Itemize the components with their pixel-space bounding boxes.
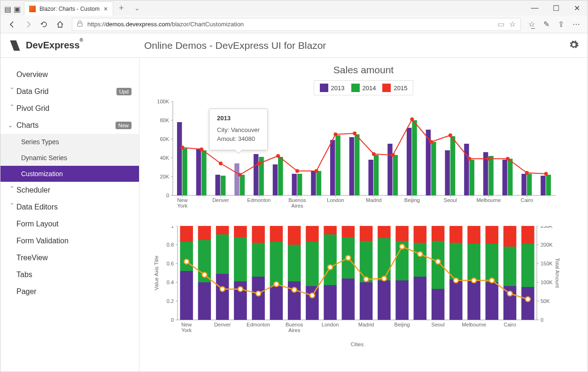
window-maximize-button[interactable]: ☐ [545, 1, 566, 15]
svg-rect-58 [431, 142, 436, 195]
svg-rect-189 [486, 282, 499, 320]
svg-rect-191 [486, 226, 499, 244]
svg-rect-39 [311, 171, 316, 195]
tabs-menu-icon[interactable]: ⌄ [130, 4, 145, 12]
legend-item-2014[interactable]: 2014 [351, 84, 376, 92]
svg-point-77 [180, 146, 184, 149]
sidebar-item-series-types[interactable]: Series Types [0, 134, 139, 150]
svg-rect-166 [360, 226, 373, 241]
tabs-preview-icon[interactable]: ▣ [14, 5, 20, 11]
svg-point-200 [202, 272, 207, 277]
window-close-button[interactable]: ✕ [566, 1, 588, 15]
svg-text:Melbourne: Melbourne [462, 322, 486, 327]
reading-view-icon[interactable]: ▭ [497, 20, 504, 29]
svg-rect-175 [414, 277, 427, 320]
svg-rect-148 [270, 226, 283, 242]
svg-rect-151 [288, 226, 301, 245]
new-tab-button[interactable]: + [113, 3, 130, 13]
svg-rect-34 [292, 174, 296, 195]
sidebar-item-data-editors[interactable]: ›Data Editors [0, 199, 139, 216]
chart2[interactable]: 00.20.40.60.81050K100K150K200K250KValue … [152, 226, 575, 348]
svg-text:200K: 200K [541, 242, 553, 248]
url-input[interactable]: https://demos.devexpress.com/blazor/Char… [72, 18, 521, 31]
settings-icon[interactable]: ⋯ [573, 20, 580, 29]
sidebar-item-form-layout[interactable]: Form Layout [0, 216, 139, 232]
svg-text:Melbourne: Melbourne [476, 197, 501, 203]
svg-text:Aires: Aires [288, 327, 301, 333]
sidebar-item-label: TreeView [16, 254, 48, 262]
svg-text:Denver: Denver [214, 322, 231, 327]
sidebar-item-dynamic-series[interactable]: Dynamic Series [0, 150, 139, 166]
svg-rect-164 [360, 282, 373, 320]
forward-button[interactable] [24, 20, 32, 29]
svg-rect-196 [521, 287, 534, 320]
home-button[interactable] [56, 20, 64, 29]
brand[interactable]: DevExpress® [9, 40, 83, 51]
svg-rect-158 [324, 234, 337, 285]
sidebar-item-label: Pivot Grid [16, 104, 49, 113]
svg-point-79 [219, 162, 223, 165]
sidebar-item-data-grid[interactable]: ›Data GridUpd [0, 83, 139, 100]
svg-text:150K: 150K [541, 261, 553, 266]
badge: New [116, 122, 132, 129]
favorite-icon[interactable]: ☆ [509, 20, 516, 29]
svg-rect-69 [503, 160, 507, 195]
svg-text:Cairo: Cairo [521, 197, 533, 203]
sidebar-item-label: Scheduler [16, 186, 50, 194]
svg-point-81 [257, 162, 261, 165]
sidebar-item-pivot-grid[interactable]: ›Pivot Grid [0, 100, 139, 117]
chart1-legend: 2013 2014 2015 [314, 80, 414, 95]
svg-text:Buenos: Buenos [288, 197, 306, 203]
tab-close-icon[interactable]: ✕ [103, 6, 108, 12]
svg-text:20K: 20K [160, 174, 169, 179]
sidebar-item-form-validation[interactable]: Form Validation [0, 232, 139, 249]
favorites-bar-icon[interactable]: ☆̲ [528, 20, 535, 29]
svg-rect-170 [378, 226, 391, 238]
svg-rect-186 [467, 244, 480, 280]
tabs-aside-icon[interactable]: ▤ [4, 5, 11, 11]
svg-rect-156 [306, 226, 319, 242]
svg-point-80 [238, 173, 242, 177]
svg-text:0.8: 0.8 [167, 242, 174, 248]
svg-rect-165 [360, 241, 373, 282]
svg-rect-76 [546, 175, 551, 195]
window-minimize-button[interactable]: — [524, 1, 545, 15]
svg-point-84 [315, 169, 318, 173]
svg-text:Madrid: Madrid [358, 322, 374, 327]
svg-rect-141 [234, 226, 247, 237]
svg-text:Buenos: Buenos [286, 322, 303, 327]
back-button[interactable] [8, 20, 16, 29]
sidebar-item-treeview[interactable]: TreeView [0, 249, 139, 266]
svg-point-207 [328, 265, 333, 270]
svg-rect-53 [407, 128, 411, 195]
legend-item-2013[interactable]: 2013 [320, 84, 345, 92]
refresh-button[interactable] [40, 20, 48, 29]
svg-rect-176 [414, 243, 427, 277]
svg-rect-32 [273, 164, 278, 195]
content-area: Sales amount 2013 2014 2015 020K40K60K80… [139, 58, 588, 372]
sidebar-item-charts[interactable]: ⌄ChartsNew [0, 117, 139, 134]
sidebar-item-customization[interactable]: Customization [0, 166, 139, 182]
svg-rect-187 [467, 226, 480, 244]
svg-rect-28 [254, 154, 258, 195]
svg-text:Denver: Denver [212, 197, 229, 203]
svg-rect-45 [349, 137, 354, 195]
share-icon[interactable]: ⇪ [558, 20, 564, 29]
sidebar-item-label: Dynamic Series [21, 154, 67, 162]
legend-item-2015[interactable]: 2015 [382, 84, 407, 92]
sidebar-item-pager[interactable]: Pager [0, 283, 139, 300]
sidebar-item-overview[interactable]: Overview [0, 66, 139, 83]
svg-rect-136 [216, 234, 229, 274]
sidebar-item-tabs[interactable]: Tabs [0, 266, 139, 283]
chart1[interactable]: 020K40K60K80K100KNewYorkDenverEdmontonBu… [152, 99, 575, 212]
svg-rect-169 [378, 238, 391, 280]
svg-text:New: New [177, 197, 187, 203]
browser-tab[interactable]: Blazor: Charts - Custom ✕ [24, 1, 113, 16]
gear-icon[interactable] [569, 39, 579, 52]
svg-text:0.4: 0.4 [167, 279, 174, 285]
svg-point-209 [364, 277, 369, 282]
sidebar-item-scheduler[interactable]: ›Scheduler [0, 182, 139, 199]
notes-icon[interactable]: ✎ [543, 20, 549, 29]
svg-rect-15 [177, 122, 182, 195]
svg-rect-184 [449, 226, 463, 243]
